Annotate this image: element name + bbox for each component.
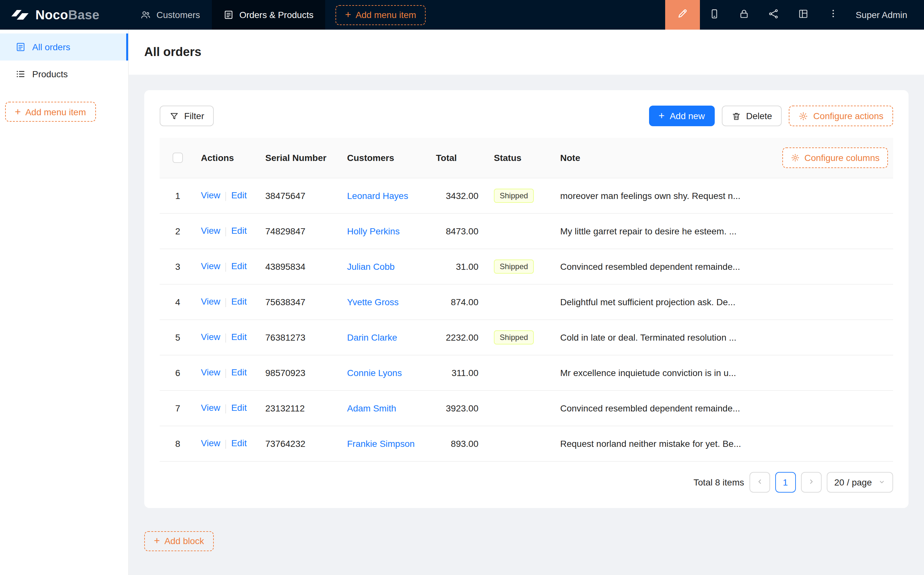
api-connections-button[interactable]: [759, 0, 789, 30]
edit-link[interactable]: Edit: [231, 261, 247, 272]
add-new-label: Add new: [670, 111, 705, 121]
nav-item-customers[interactable]: Customers: [129, 0, 211, 30]
user-menu[interactable]: Super Admin: [848, 0, 924, 30]
home-logo[interactable]: NocoBase: [0, 0, 129, 30]
serial-cell: 75638347: [260, 284, 342, 319]
orders-table: Actions Serial Number Customers Total St…: [160, 138, 893, 461]
security-button[interactable]: [730, 0, 759, 30]
configure-actions-button[interactable]: Configure actions: [789, 106, 893, 126]
note-cell: Request norland neither mistake for yet.…: [555, 426, 771, 461]
plugin-settings-button[interactable]: [789, 0, 818, 30]
view-link[interactable]: View: [201, 403, 220, 413]
customer-link[interactable]: Darin Clarke: [347, 332, 397, 342]
ui-editor-button[interactable]: [665, 0, 700, 30]
app-body: All orders Products + Add menu item All …: [0, 30, 924, 575]
chevron-right-icon: [807, 477, 815, 487]
sidebar-item-all-orders[interactable]: All orders: [0, 33, 128, 60]
table-row: 8 ViewEdit 73764232 Frankie Simpson 893.…: [160, 426, 893, 461]
column-header-customers: Customers: [342, 138, 431, 178]
edit-link[interactable]: Edit: [231, 367, 247, 378]
filter-button[interactable]: Filter: [160, 106, 214, 126]
total-cell: 31.00: [431, 249, 489, 284]
note-cell: Delightful met sufficient projection ask…: [555, 284, 771, 319]
add-block-label: Add block: [165, 536, 204, 546]
nav-item-orders-products[interactable]: Orders & Products: [211, 0, 325, 30]
user-name: Super Admin: [856, 10, 907, 20]
note-cell: Convinced resembled dependent remainde..…: [555, 249, 771, 284]
note-cell: My little garret repair to desire he est…: [555, 213, 771, 249]
note-cell: moreover man feelings own shy. Request n…: [555, 178, 771, 213]
view-link[interactable]: View: [201, 332, 220, 342]
add-menu-item-button-header[interactable]: + Add menu item: [335, 5, 426, 25]
toolbar-right: + Add new Delete: [649, 106, 894, 126]
logo-text-bold: Noco: [35, 7, 68, 22]
view-link[interactable]: View: [201, 261, 220, 272]
edit-link[interactable]: Edit: [231, 332, 247, 342]
edit-link[interactable]: Edit: [231, 438, 247, 448]
view-link[interactable]: View: [201, 438, 220, 448]
plus-icon: +: [345, 10, 351, 20]
configure-actions-label: Configure actions: [813, 111, 883, 121]
orders-products-icon: [223, 10, 233, 20]
sidebar: All orders Products + Add menu item: [0, 30, 129, 575]
add-menu-item-label: Add menu item: [356, 10, 416, 20]
add-block-button[interactable]: + Add block: [144, 531, 214, 551]
delete-button[interactable]: Delete: [721, 106, 782, 126]
row-index: 2: [160, 213, 196, 249]
customer-link[interactable]: Adam Smith: [347, 403, 396, 413]
view-link[interactable]: View: [201, 190, 220, 200]
app-header: NocoBase Customers Orders & Products + A…: [0, 0, 924, 30]
column-header-status: Status: [489, 138, 555, 178]
page-header: All orders: [129, 30, 924, 75]
serial-cell: 23132112: [260, 390, 342, 426]
mobile-client-button[interactable]: [700, 0, 730, 30]
view-link[interactable]: View: [201, 367, 220, 378]
pagination-prev-button[interactable]: [749, 472, 770, 492]
customer-link[interactable]: Frankie Simpson: [347, 438, 415, 448]
serial-cell: 38475647: [260, 178, 342, 213]
list-icon: [16, 69, 26, 79]
row-index: 4: [160, 284, 196, 319]
pagination-page-1-button[interactable]: 1: [775, 472, 795, 492]
customer-link[interactable]: Connie Lyons: [347, 367, 402, 378]
action-separator: [225, 333, 226, 342]
select-all-checkbox[interactable]: [173, 152, 183, 163]
page-size-select[interactable]: 20 / page: [826, 472, 893, 492]
edit-link[interactable]: Edit: [231, 226, 247, 236]
configure-columns-button[interactable]: Configure columns: [783, 148, 888, 168]
trash-icon: [731, 111, 741, 121]
table-header-row: Actions Serial Number Customers Total St…: [160, 138, 893, 178]
customer-link[interactable]: Leonard Hayes: [347, 190, 408, 200]
action-separator: [225, 227, 226, 236]
share-nodes-icon: [768, 8, 780, 22]
table-row: 2 ViewEdit 74829847 Holly Perkins 8473.0…: [160, 213, 893, 249]
logo-text-light: Base: [68, 7, 100, 22]
add-new-button[interactable]: + Add new: [649, 106, 715, 126]
edit-link[interactable]: Edit: [231, 403, 247, 413]
edit-link[interactable]: Edit: [231, 190, 247, 200]
edit-link[interactable]: Edit: [231, 297, 247, 307]
view-link[interactable]: View: [201, 226, 220, 236]
row-index: 3: [160, 249, 196, 284]
note-cell: Mr excellence inquietude conviction is i…: [555, 355, 771, 390]
gear-icon: [791, 153, 800, 162]
nav-item-label: Customers: [156, 10, 200, 20]
table-toolbar: Filter + Add new Delete: [160, 106, 893, 126]
gear-icon: [799, 111, 808, 121]
more-button[interactable]: [818, 0, 848, 30]
add-menu-item-button-sidebar[interactable]: + Add menu item: [5, 102, 95, 122]
customer-link[interactable]: Julian Cobb: [347, 261, 395, 272]
row-index: 6: [160, 355, 196, 390]
pagination-next-button[interactable]: [801, 472, 821, 492]
lock-icon: [739, 8, 750, 22]
customer-link[interactable]: Holly Perkins: [347, 226, 400, 236]
total-cell: 893.00: [431, 426, 489, 461]
column-header-actions: Actions: [196, 138, 260, 178]
view-link[interactable]: View: [201, 297, 220, 307]
customer-link[interactable]: Yvette Gross: [347, 297, 398, 307]
row-index: 8: [160, 426, 196, 461]
app: NocoBase Customers Orders & Products + A…: [0, 0, 924, 575]
sidebar-item-products[interactable]: Products: [0, 60, 128, 87]
filter-label: Filter: [184, 111, 204, 121]
serial-cell: 43895834: [260, 249, 342, 284]
